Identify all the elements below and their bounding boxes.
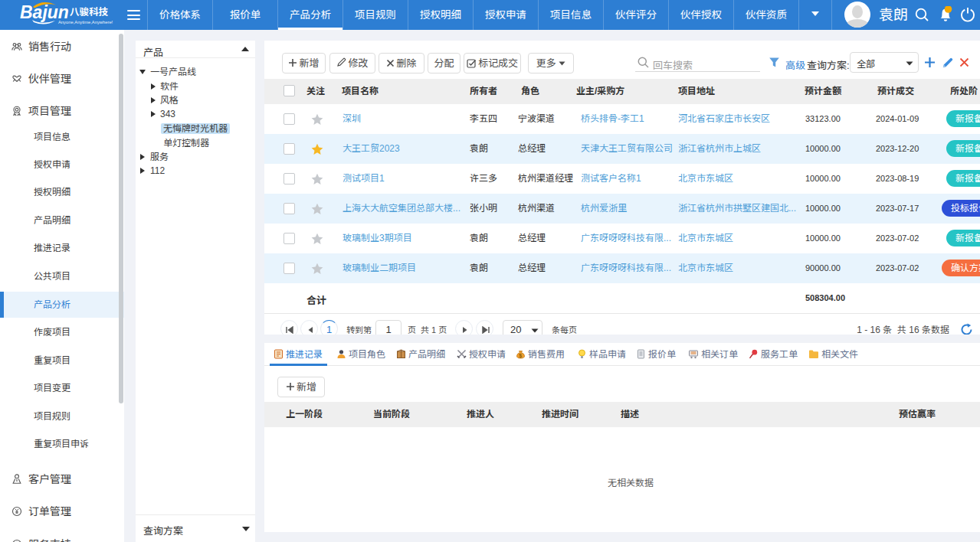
svg-text:八骏科技: 八骏科技 xyxy=(70,7,109,18)
svg-text:Anyone,Anytime,Anywhere!: Anyone,Anytime,Anywhere! xyxy=(58,20,113,24)
svg-text:$: $ xyxy=(519,353,522,359)
